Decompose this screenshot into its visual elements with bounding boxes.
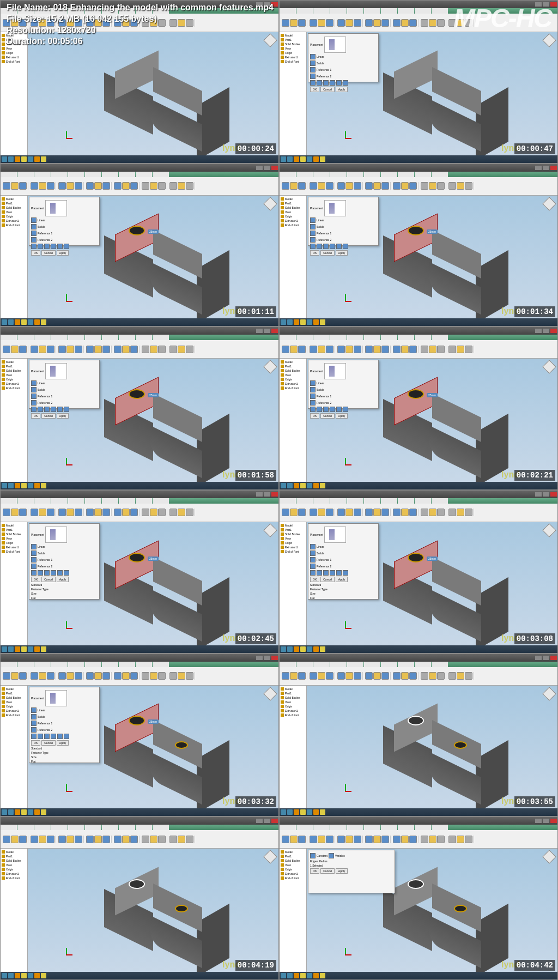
ribbon-button-icon[interactable] bbox=[158, 509, 166, 516]
ribbon-tab[interactable] bbox=[330, 498, 347, 504]
ribbon-button-icon[interactable] bbox=[409, 509, 417, 516]
dialog-option-row[interactable]: Reference 2 bbox=[310, 74, 377, 79]
sidebar-item[interactable]: Extrusion1 bbox=[281, 545, 305, 549]
sidebar-item[interactable]: Extrusion1 bbox=[281, 219, 305, 223]
ribbon-button-icon[interactable] bbox=[19, 836, 27, 843]
hole-type-icon[interactable] bbox=[323, 407, 329, 412]
ribbon-button-icon[interactable] bbox=[373, 19, 381, 27]
ribbon-tab[interactable] bbox=[381, 825, 397, 830]
ribbon-tab[interactable] bbox=[17, 825, 34, 830]
video-thumbnail[interactable]: ModelPart1Solid BodiesViewOriginExtrusio… bbox=[0, 326, 279, 490]
ribbon-button-icon[interactable] bbox=[318, 182, 325, 190]
sidebar-item[interactable]: View bbox=[2, 700, 26, 704]
ribbon-button-icon[interactable] bbox=[3, 182, 10, 190]
ribbon-button-icon[interactable] bbox=[114, 346, 122, 353]
ribbon-tab[interactable] bbox=[1, 498, 17, 504]
ribbon-button-icon[interactable] bbox=[19, 346, 27, 353]
maximize-icon[interactable] bbox=[264, 819, 270, 823]
select-icon[interactable] bbox=[31, 400, 37, 406]
ribbon-button-icon[interactable] bbox=[102, 836, 110, 843]
ribbon-tab[interactable] bbox=[330, 662, 347, 667]
ribbon-tab[interactable] bbox=[432, 662, 448, 667]
ribbon-tab[interactable] bbox=[1, 825, 17, 830]
ribbon-button-icon[interactable] bbox=[381, 509, 389, 516]
maximize-icon[interactable] bbox=[543, 656, 549, 660]
dialog-option-row[interactable]: Linear bbox=[31, 544, 98, 549]
ribbon-button-icon[interactable] bbox=[365, 182, 373, 190]
ribbon-button-icon[interactable] bbox=[457, 509, 464, 516]
ribbon-tab[interactable] bbox=[381, 172, 397, 177]
ribbon-button-icon[interactable] bbox=[401, 672, 409, 680]
taskbar-app-icon[interactable] bbox=[2, 973, 7, 978]
hole-feature-icon[interactable] bbox=[408, 553, 424, 562]
ribbon-tab[interactable] bbox=[330, 335, 347, 340]
sidebar-item[interactable]: Extrusion1 bbox=[281, 872, 305, 876]
ribbon-button-icon[interactable] bbox=[365, 19, 373, 27]
ribbon-button-icon[interactable] bbox=[282, 836, 289, 843]
ribbon-tab[interactable] bbox=[280, 825, 296, 830]
dialog-ext-row[interactable]: Standard bbox=[310, 583, 377, 586]
ribbon-tab[interactable] bbox=[313, 8, 330, 14]
select-icon[interactable] bbox=[310, 551, 316, 556]
ribbon-button-icon[interactable] bbox=[75, 836, 82, 843]
ribbon-button-icon[interactable] bbox=[345, 509, 353, 516]
minimize-icon[interactable] bbox=[535, 329, 542, 333]
ribbon-tab[interactable] bbox=[34, 335, 51, 340]
minimize-icon[interactable] bbox=[535, 492, 542, 497]
ribbon-tab[interactable] bbox=[313, 825, 330, 830]
taskbar-app-icon[interactable] bbox=[41, 809, 46, 815]
taskbar-app-icon[interactable] bbox=[8, 319, 14, 325]
dialog-option-row[interactable]: Reference 2 bbox=[31, 727, 98, 733]
ribbon-tab[interactable] bbox=[102, 662, 118, 667]
taskbar-app-icon[interactable] bbox=[281, 156, 286, 162]
taskbar-app-icon[interactable] bbox=[313, 973, 319, 978]
hole-type-icon[interactable] bbox=[31, 244, 37, 249]
select-icon[interactable] bbox=[31, 217, 37, 223]
ribbon-tab[interactable] bbox=[381, 662, 397, 667]
sidebar-item[interactable]: Solid Bodies bbox=[281, 42, 305, 46]
select-icon[interactable] bbox=[310, 394, 316, 399]
viewcube-icon[interactable] bbox=[542, 360, 556, 374]
sidebar-item[interactable]: Solid Bodies bbox=[2, 368, 26, 373]
ribbon-button-icon[interactable] bbox=[373, 346, 381, 353]
dimension-label[interactable]: 25mm bbox=[148, 719, 159, 724]
close-icon[interactable] bbox=[550, 819, 557, 823]
dialog-option-row[interactable]: Linear bbox=[310, 380, 377, 386]
dialog-button[interactable]: OK bbox=[310, 577, 319, 582]
sidebar-item[interactable]: Model bbox=[2, 850, 26, 854]
sidebar-item[interactable]: End of Part bbox=[281, 876, 305, 880]
ribbon-tab[interactable] bbox=[364, 662, 380, 667]
dialog-option-row[interactable]: Reference 2 bbox=[310, 400, 377, 406]
ribbon-button-icon[interactable] bbox=[345, 346, 353, 353]
ribbon-tab[interactable] bbox=[432, 498, 448, 504]
ribbon-button-icon[interactable] bbox=[142, 672, 149, 680]
ribbon-button-icon[interactable] bbox=[39, 672, 46, 680]
ribbon-button-icon[interactable] bbox=[169, 182, 177, 190]
ribbon-button-icon[interactable] bbox=[310, 346, 317, 353]
taskbar-app-icon[interactable] bbox=[287, 319, 293, 325]
ribbon-button-icon[interactable] bbox=[186, 672, 193, 680]
ribbon-button-icon[interactable] bbox=[318, 836, 325, 843]
dialog-button[interactable]: OK bbox=[310, 87, 319, 92]
ribbon-tab[interactable] bbox=[85, 172, 101, 177]
3d-viewport[interactable] bbox=[28, 849, 278, 972]
sidebar-item[interactable]: Solid Bodies bbox=[2, 695, 26, 700]
hole-feature-icon[interactable] bbox=[408, 716, 424, 725]
ribbon-tab[interactable] bbox=[415, 498, 431, 504]
taskbar-app-icon[interactable] bbox=[300, 646, 306, 652]
sidebar-item[interactable]: Model bbox=[2, 360, 26, 364]
ribbon-button-icon[interactable] bbox=[429, 672, 436, 680]
sidebar-item[interactable]: Extrusion1 bbox=[2, 382, 26, 386]
ribbon-tab[interactable] bbox=[415, 8, 431, 14]
ribbon-button-icon[interactable] bbox=[326, 509, 333, 516]
ribbon-button-icon[interactable] bbox=[130, 509, 138, 516]
ribbon-button-icon[interactable] bbox=[3, 346, 10, 353]
ribbon-button-icon[interactable] bbox=[150, 836, 157, 843]
dialog-option-row[interactable]: Linear bbox=[310, 544, 377, 549]
close-icon[interactable] bbox=[271, 166, 278, 170]
ribbon-button-icon[interactable] bbox=[150, 182, 157, 190]
dialog-option-row[interactable]: Linear bbox=[310, 217, 377, 223]
close-icon[interactable] bbox=[271, 329, 278, 333]
ribbon-button-icon[interactable] bbox=[86, 346, 94, 353]
ribbon-tab[interactable] bbox=[119, 172, 135, 177]
